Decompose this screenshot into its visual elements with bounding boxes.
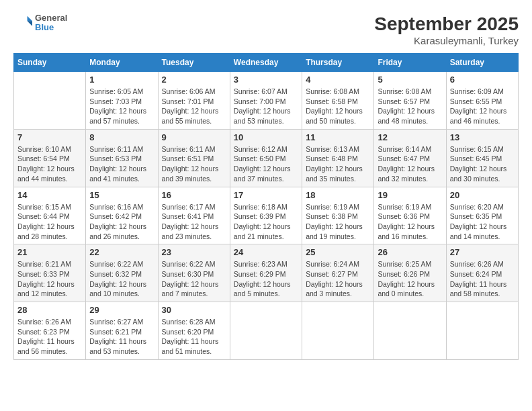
day-detail: Sunrise: 6:22 AM Sunset: 6:32 PM Dayligh… [89,259,154,299]
calendar-cell: 19Sunrise: 6:19 AM Sunset: 6:36 PM Dayli… [374,187,446,244]
calendar-cell: 11Sunrise: 6:13 AM Sunset: 6:48 PM Dayli… [302,129,374,187]
calendar-cell: 17Sunrise: 6:18 AM Sunset: 6:39 PM Dayli… [230,187,302,244]
calendar-subtitle: Karasuleymanli, Turkey [374,35,519,46]
calendar-cell: 10Sunrise: 6:12 AM Sunset: 6:50 PM Dayli… [230,129,302,187]
day-number: 5 [378,75,442,85]
calendar-title: September 2025 [374,13,519,35]
calendar-cell: 15Sunrise: 6:16 AM Sunset: 6:42 PM Dayli… [86,187,158,244]
logo-icon [13,13,32,32]
day-detail: Sunrise: 6:19 AM Sunset: 6:36 PM Dayligh… [378,202,442,242]
calendar-cell: 25Sunrise: 6:24 AM Sunset: 6:27 PM Dayli… [302,244,374,302]
day-number: 11 [306,132,370,142]
day-detail: Sunrise: 6:16 AM Sunset: 6:42 PM Dayligh… [89,202,154,242]
day-number: 27 [450,247,515,257]
calendar-cell: 7Sunrise: 6:10 AM Sunset: 6:54 PM Daylig… [14,129,86,187]
calendar-header-row: SundayMondayTuesdayWednesdayThursdayFrid… [14,54,519,72]
calendar-week-row: 21Sunrise: 6:21 AM Sunset: 6:33 PM Dayli… [14,244,519,302]
day-of-week-header: Tuesday [158,54,230,72]
day-number: 29 [89,305,154,315]
day-detail: Sunrise: 6:06 AM Sunset: 7:01 PM Dayligh… [162,87,226,126]
calendar-cell: 18Sunrise: 6:19 AM Sunset: 6:38 PM Dayli… [302,187,374,244]
calendar-week-row: 28Sunrise: 6:26 AM Sunset: 6:23 PM Dayli… [14,302,519,360]
calendar-cell: 29Sunrise: 6:27 AM Sunset: 6:21 PM Dayli… [86,302,158,360]
day-number: 15 [89,190,154,200]
day-detail: Sunrise: 6:13 AM Sunset: 6:48 PM Dayligh… [306,144,370,184]
calendar-cell: 9Sunrise: 6:11 AM Sunset: 6:51 PM Daylig… [158,129,230,187]
day-detail: Sunrise: 6:15 AM Sunset: 6:45 PM Dayligh… [450,144,515,184]
calendar-week-row: 7Sunrise: 6:10 AM Sunset: 6:54 PM Daylig… [14,129,519,187]
page-header: General Blue September 2025 Karasuleyman… [13,13,519,46]
calendar-week-row: 1Sunrise: 6:05 AM Sunset: 7:03 PM Daylig… [14,72,519,130]
svg-marker-1 [28,21,32,26]
day-number: 25 [306,247,370,257]
day-detail: Sunrise: 6:14 AM Sunset: 6:47 PM Dayligh… [378,144,442,184]
calendar-cell: 24Sunrise: 6:23 AM Sunset: 6:29 PM Dayli… [230,244,302,302]
calendar-cell: 23Sunrise: 6:22 AM Sunset: 6:30 PM Dayli… [158,244,230,302]
calendar-cell [14,72,86,130]
calendar-table: SundayMondayTuesdayWednesdayThursdayFrid… [13,53,519,360]
day-detail: Sunrise: 6:18 AM Sunset: 6:39 PM Dayligh… [234,202,298,242]
logo-text: General Blue [35,13,67,33]
logo-line2: Blue [35,23,67,32]
day-number: 21 [17,247,82,257]
calendar-cell: 4Sunrise: 6:08 AM Sunset: 6:58 PM Daylig… [302,72,374,130]
day-number: 17 [234,190,298,200]
day-detail: Sunrise: 6:12 AM Sunset: 6:50 PM Dayligh… [234,144,298,184]
logo-line1: General [35,13,67,23]
calendar-cell: 8Sunrise: 6:11 AM Sunset: 6:53 PM Daylig… [86,129,158,187]
calendar-cell: 13Sunrise: 6:15 AM Sunset: 6:45 PM Dayli… [446,129,518,187]
day-number: 16 [162,190,226,200]
calendar-cell: 16Sunrise: 6:17 AM Sunset: 6:41 PM Dayli… [158,187,230,244]
day-number: 4 [306,75,370,85]
title-block: September 2025 Karasuleymanli, Turkey [374,13,519,46]
day-number: 14 [17,190,82,200]
day-number: 23 [162,247,226,257]
day-detail: Sunrise: 6:08 AM Sunset: 6:57 PM Dayligh… [378,87,442,126]
day-number: 6 [450,75,515,85]
day-number: 20 [450,190,515,200]
calendar-cell: 27Sunrise: 6:26 AM Sunset: 6:24 PM Dayli… [446,244,518,302]
day-number: 1 [89,75,154,85]
day-of-week-header: Monday [86,54,158,72]
calendar-cell: 22Sunrise: 6:22 AM Sunset: 6:32 PM Dayli… [86,244,158,302]
day-of-week-header: Sunday [14,54,86,72]
day-of-week-header: Thursday [302,54,374,72]
calendar-cell: 3Sunrise: 6:07 AM Sunset: 7:00 PM Daylig… [230,72,302,130]
calendar-cell [374,302,446,360]
calendar-cell: 20Sunrise: 6:20 AM Sunset: 6:35 PM Dayli… [446,187,518,244]
calendar-cell: 21Sunrise: 6:21 AM Sunset: 6:33 PM Dayli… [14,244,86,302]
day-detail: Sunrise: 6:11 AM Sunset: 6:51 PM Dayligh… [162,144,226,184]
day-detail: Sunrise: 6:07 AM Sunset: 7:00 PM Dayligh… [234,87,298,126]
day-detail: Sunrise: 6:08 AM Sunset: 6:58 PM Dayligh… [306,87,370,126]
day-detail: Sunrise: 6:20 AM Sunset: 6:35 PM Dayligh… [450,202,515,242]
calendar-cell: 14Sunrise: 6:15 AM Sunset: 6:44 PM Dayli… [14,187,86,244]
day-detail: Sunrise: 6:28 AM Sunset: 6:20 PM Dayligh… [162,317,226,357]
day-number: 18 [306,190,370,200]
calendar-cell: 26Sunrise: 6:25 AM Sunset: 6:26 PM Dayli… [374,244,446,302]
day-number: 24 [234,247,298,257]
calendar-week-row: 14Sunrise: 6:15 AM Sunset: 6:44 PM Dayli… [14,187,519,244]
calendar-cell [230,302,302,360]
day-number: 12 [378,132,442,142]
day-detail: Sunrise: 6:09 AM Sunset: 6:55 PM Dayligh… [450,87,515,126]
day-of-week-header: Wednesday [230,54,302,72]
calendar-cell: 1Sunrise: 6:05 AM Sunset: 7:03 PM Daylig… [86,72,158,130]
day-detail: Sunrise: 6:21 AM Sunset: 6:33 PM Dayligh… [17,259,82,299]
day-detail: Sunrise: 6:15 AM Sunset: 6:44 PM Dayligh… [17,202,82,242]
day-of-week-header: Saturday [446,54,518,72]
day-number: 7 [17,132,82,142]
calendar-cell: 5Sunrise: 6:08 AM Sunset: 6:57 PM Daylig… [374,72,446,130]
day-number: 28 [17,305,82,315]
day-number: 3 [234,75,298,85]
calendar-cell: 2Sunrise: 6:06 AM Sunset: 7:01 PM Daylig… [158,72,230,130]
day-number: 8 [89,132,154,142]
day-detail: Sunrise: 6:05 AM Sunset: 7:03 PM Dayligh… [89,87,154,126]
day-number: 30 [162,305,226,315]
day-number: 19 [378,190,442,200]
day-number: 13 [450,132,515,142]
calendar-cell: 28Sunrise: 6:26 AM Sunset: 6:23 PM Dayli… [14,302,86,360]
svg-marker-0 [28,16,32,21]
day-detail: Sunrise: 6:19 AM Sunset: 6:38 PM Dayligh… [306,202,370,242]
day-detail: Sunrise: 6:26 AM Sunset: 6:24 PM Dayligh… [450,259,515,299]
day-detail: Sunrise: 6:17 AM Sunset: 6:41 PM Dayligh… [162,202,226,242]
